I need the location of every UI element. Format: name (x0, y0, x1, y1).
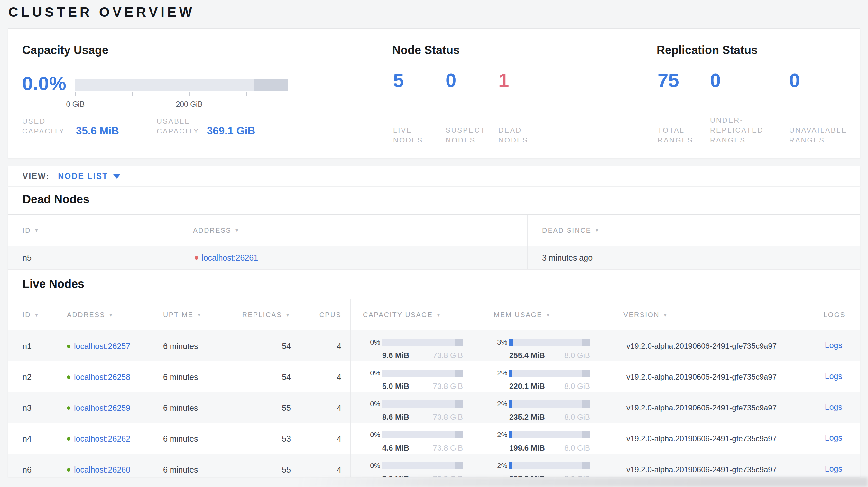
live-nodes-stat: 5 LIVE NODES (393, 70, 441, 145)
node-uptime: 6 minutes (151, 330, 222, 361)
node-address-link[interactable]: localhost:26259 (74, 402, 130, 413)
node-cpus: 4 (301, 361, 350, 392)
live-status-dot-icon (67, 376, 70, 379)
logs-link[interactable]: Logs (825, 402, 842, 423)
node-version: v19.2.0-alpha.20190606-2491-gfe735c9a97 (612, 392, 811, 423)
node-mem-usage: 2% 199.6 MiB 8.0 GiB (480, 423, 612, 454)
memory-reserved-segment (582, 400, 590, 408)
node-replicas: 54 (222, 361, 301, 392)
sort-desc-icon: ▼ (34, 227, 39, 233)
live-nodes-heading: Live Nodes (8, 269, 860, 291)
usable-capacity-label: USABLE CAPACITY (157, 116, 207, 136)
node-address-link[interactable]: localhost:26262 (74, 433, 130, 444)
logs-link[interactable]: Logs (825, 464, 842, 477)
node-capacity-usage: 0% 4.6 MiB 73.8 GiB (350, 423, 480, 454)
view-selected-value[interactable]: NODE LIST (58, 171, 108, 181)
node-address-link[interactable]: localhost:26260 (74, 464, 130, 475)
col-header-address[interactable]: ADDRESS ▼ (55, 299, 151, 330)
sort-desc-icon: ▼ (663, 312, 668, 318)
capacity-bar (382, 369, 463, 377)
col-header-replicas[interactable]: REPLICAS ▼ (222, 299, 301, 330)
usable-capacity-value: 369.1 GiB (207, 125, 255, 137)
node-address-cell: localhost:26262 (55, 423, 151, 454)
capacity-reserved-segment (455, 339, 463, 346)
logs-link[interactable]: Logs (825, 433, 842, 454)
axis-tick-label: 0 GiB (66, 100, 85, 109)
dead-node-row: n5 localhost:26261 3 minutes ago (8, 246, 860, 269)
node-logs-cell: Logs (811, 361, 860, 392)
node-address-link[interactable]: localhost:26257 (74, 340, 130, 352)
dead-node-address-cell: localhost:26261 (180, 246, 527, 269)
col-header-cpus[interactable]: CPUS (301, 299, 350, 330)
capacity-reserved-segment (455, 400, 463, 408)
table-row: n4 localhost:26262 6 minutes 53 4 0% (8, 423, 860, 454)
node-cpus: 4 (301, 392, 350, 423)
view-selector-dropdown[interactable]: NODE LIST (58, 171, 120, 181)
node-logs-cell: Logs (811, 454, 860, 477)
capacity-reserved-segment (254, 79, 288, 91)
sort-desc-icon: ▼ (34, 312, 39, 318)
capacity-axis: 0 GiB 200 GiB (75, 92, 288, 96)
node-logs-cell: Logs (811, 392, 860, 423)
live-nodes-table-header: ID ▼ ADDRESS ▼ UPTIME ▼ REPLICAS ▼ CPUS … (8, 299, 860, 330)
live-status-dot-icon (67, 345, 70, 348)
used-capacity-label: USED CAPACITY (22, 116, 76, 136)
axis-tick-label: 200 GiB (176, 100, 203, 109)
capacity-reserved-segment (455, 462, 463, 469)
bottom-shadow (135, 477, 868, 487)
node-id: n6 (8, 454, 55, 477)
node-cpus: 4 (301, 454, 350, 477)
node-version: v19.2.0-alpha.20190606-2491-gfe735c9a97 (612, 330, 811, 361)
view-label: VIEW: (23, 171, 50, 181)
dead-status-dot-icon (195, 256, 198, 260)
sort-desc-icon: ▼ (546, 312, 551, 318)
axis-tick (75, 92, 76, 96)
col-header-id[interactable]: ID ▼ (8, 299, 55, 330)
col-header-dead-since[interactable]: DEAD SINCE ▼ (527, 215, 860, 246)
col-header-version[interactable]: VERSION ▼ (612, 299, 811, 330)
total-ranges-label: TOTAL RANGES (658, 125, 706, 145)
axis-tick (132, 92, 133, 96)
node-address-cell: localhost:26258 (55, 361, 151, 392)
node-logs-cell: Logs (811, 330, 860, 361)
capacity-bar (382, 400, 463, 408)
memory-bar (509, 369, 590, 377)
node-address-link[interactable]: localhost:26258 (74, 371, 130, 383)
suspect-nodes-stat: 0 SUSPECT NODES (445, 70, 494, 145)
node-version: v19.2.0-alpha.20190606-2491-gfe735c9a97 (612, 361, 811, 392)
node-id: n2 (8, 361, 55, 392)
capacity-bar (382, 431, 463, 439)
total-ranges-stat: 75 TOTAL RANGES (658, 70, 706, 145)
node-logs-cell: Logs (811, 423, 860, 454)
node-id: n1 (8, 330, 55, 361)
capacity-reserved-segment (455, 431, 463, 439)
memory-bar (509, 400, 590, 408)
capacity-usage-title: Capacity Usage (22, 43, 108, 57)
col-header-mem-usage[interactable]: MEM USAGE ▼ (480, 299, 612, 330)
nodes-panel: Dead Nodes ID ▼ ADDRESS ▼ DEAD SINCE ▼ n… (8, 187, 860, 477)
memory-reserved-segment (582, 431, 590, 439)
usable-capacity-stat: USABLE CAPACITY 369.1 GiB (157, 116, 255, 136)
col-header-address[interactable]: ADDRESS ▼ (180, 215, 527, 246)
replication-status-title: Replication Status (657, 43, 758, 57)
table-row: n6 localhost:26260 6 minutes 55 4 0% (8, 454, 860, 477)
logs-link[interactable]: Logs (825, 340, 842, 361)
capacity-bar (382, 462, 463, 469)
col-header-capacity-usage[interactable]: CAPACITY USAGE ▼ (350, 299, 480, 330)
dead-nodes-stat: 1 DEAD NODES (498, 70, 550, 145)
cluster-overview-page: CLUSTER OVERVIEW Capacity Usage 0.0% 0 G… (0, 0, 868, 487)
dead-nodes-value: 1 (498, 70, 550, 90)
node-capacity-usage: 0% 9.6 MiB 73.8 GiB (350, 330, 480, 361)
col-header-id[interactable]: ID ▼ (8, 215, 180, 246)
under-replicated-ranges-value: 0 (710, 70, 786, 90)
node-version: v19.2.0-alpha.20190606-2491-gfe735c9a97 (612, 423, 811, 454)
col-header-logs[interactable]: LOGS (811, 299, 860, 330)
capacity-reserved-segment (455, 369, 463, 377)
dead-node-address-link[interactable]: localhost:26261 (202, 252, 258, 263)
under-replicated-ranges-label: UNDER- REPLICATED RANGES (710, 115, 786, 145)
col-header-uptime[interactable]: UPTIME ▼ (151, 299, 222, 330)
unavailable-ranges-stat: 0 UNAVAILABLE RANGES (789, 70, 860, 145)
logs-link[interactable]: Logs (825, 371, 842, 392)
cluster-summary-card: Capacity Usage 0.0% 0 GiB 200 GiB USED C… (8, 28, 860, 158)
live-status-dot-icon (67, 406, 70, 410)
